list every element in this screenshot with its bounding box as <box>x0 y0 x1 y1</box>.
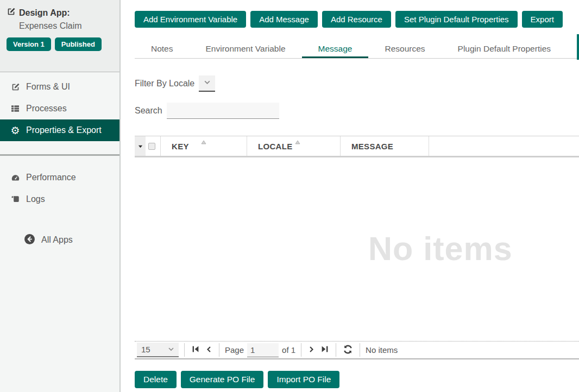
last-page-button[interactable] <box>319 345 330 355</box>
chevron-left-icon <box>205 345 212 355</box>
column-header-key[interactable]: KEY <box>161 136 247 156</box>
column-label: LOCALE <box>258 142 292 151</box>
tachometer-icon <box>10 173 21 182</box>
version-badge[interactable]: Version 1 <box>7 37 51 51</box>
column-header-message[interactable]: MESSAGE <box>341 136 429 156</box>
tab-resources[interactable]: Resources <box>368 41 441 58</box>
sidebar-item-properties-export[interactable]: ⚙ Properties & Export <box>0 119 119 141</box>
app-name: Expenses Claim <box>19 21 113 31</box>
scroll-icon <box>10 195 21 204</box>
search-input[interactable] <box>167 103 279 119</box>
sidebar-item-performance[interactable]: Performance <box>0 167 119 188</box>
sidebar-item-logs[interactable]: Logs <box>0 188 119 210</box>
main-content: Add Environment Variable Add Message Add… <box>121 0 579 392</box>
column-label: MESSAGE <box>351 142 393 151</box>
first-page-icon <box>191 345 200 355</box>
generate-po-file-button[interactable]: Generate PO File <box>181 371 264 388</box>
pagination-bar: 15 Page of 1 <box>135 341 579 359</box>
sidebar-nav: Forms & UI Processes ⚙ Properties & Expo… <box>0 72 119 251</box>
chevron-down-icon <box>204 78 211 88</box>
published-badge[interactable]: Published <box>55 37 102 51</box>
pager-divider <box>301 343 301 357</box>
tab-plugin-default-properties[interactable]: Plugin Default Properties <box>442 41 567 58</box>
add-message-button[interactable]: Add Message <box>250 11 318 28</box>
tab-strip: Notes Environment Variable Message Resou… <box>135 41 579 59</box>
sidebar-item-forms-ui[interactable]: Forms & UI <box>0 76 119 98</box>
export-button[interactable]: Export <box>522 11 563 28</box>
messages-table: KEY LOCALE MESSAGE No items 15 <box>135 136 579 359</box>
sidebar-item-label: Performance <box>26 173 76 182</box>
filter-by-locale-label: Filter By Locale <box>135 79 194 88</box>
sidebar-item-label: Logs <box>26 194 45 204</box>
refresh-button[interactable] <box>342 344 354 356</box>
add-environment-variable-button[interactable]: Add Environment Variable <box>135 11 246 28</box>
pager-divider <box>184 343 185 357</box>
add-resource-button[interactable]: Add Resource <box>322 11 391 28</box>
sidebar-item-processes[interactable]: Processes <box>0 98 119 119</box>
chevron-right-icon <box>308 345 315 355</box>
locale-select[interactable] <box>199 75 215 92</box>
app-header: Design App: Expenses Claim Version 1 Pub… <box>0 0 119 72</box>
import-po-file-button[interactable]: Import PO File <box>268 371 339 388</box>
tab-environment-variable[interactable]: Environment Variable <box>190 41 302 58</box>
page-label: Page <box>225 345 244 355</box>
page-number-input[interactable] <box>247 343 279 357</box>
table-header-row: KEY LOCALE MESSAGE <box>135 136 579 157</box>
toolbar: Add Environment Variable Add Message Add… <box>135 11 563 28</box>
sidebar-item-label: Processes <box>26 104 67 113</box>
sidebar-item-label: All Apps <box>41 235 73 245</box>
page-total-label: of 1 <box>282 345 295 355</box>
pager-divider <box>219 343 219 357</box>
tab-message[interactable]: Message <box>302 41 369 58</box>
edit-icon <box>7 7 16 18</box>
page-size-value: 15 <box>141 345 150 354</box>
table-body: No items <box>135 157 579 341</box>
first-page-button[interactable] <box>190 345 201 355</box>
arrow-left-circle-icon <box>24 233 35 247</box>
empty-watermark: No items <box>368 230 513 268</box>
app-title-label: Design App: <box>19 8 70 18</box>
pager-status: No items <box>366 345 398 355</box>
tab-notes[interactable]: Notes <box>135 41 190 58</box>
sort-asc-icon[interactable] <box>295 137 300 146</box>
footer-toolbar: Delete Generate PO File Import PO File <box>135 371 339 388</box>
search-label: Search <box>135 106 162 116</box>
page-size-select[interactable]: 15 <box>137 343 179 357</box>
select-all-checkbox[interactable] <box>148 143 155 150</box>
pager-divider <box>336 343 336 357</box>
sidebar: Design App: Expenses Claim Version 1 Pub… <box>0 0 121 392</box>
last-page-icon <box>320 345 329 355</box>
delete-button[interactable]: Delete <box>135 371 177 388</box>
column-label: KEY <box>172 142 189 151</box>
column-header-empty <box>429 136 579 156</box>
next-page-button[interactable] <box>307 345 316 355</box>
sidebar-item-label: Forms & UI <box>26 82 70 92</box>
refresh-icon <box>343 344 353 356</box>
set-plugin-default-properties-button[interactable]: Set Plugin Default Properties <box>395 11 518 28</box>
sidebar-item-all-apps[interactable]: All Apps <box>0 229 119 251</box>
caret-down-icon[interactable] <box>135 136 146 156</box>
edit-icon <box>10 83 21 92</box>
previous-page-button[interactable] <box>204 345 213 355</box>
select-column-header <box>135 136 161 156</box>
gear-icon: ⚙ <box>10 125 21 136</box>
chevron-down-icon <box>168 345 174 354</box>
sidebar-item-label: Properties & Export <box>26 125 102 135</box>
pager-divider <box>360 343 360 357</box>
sort-asc-icon[interactable] <box>201 137 206 146</box>
right-edge-accent <box>577 34 579 60</box>
list-icon <box>10 104 21 113</box>
column-header-locale[interactable]: LOCALE <box>247 136 341 156</box>
